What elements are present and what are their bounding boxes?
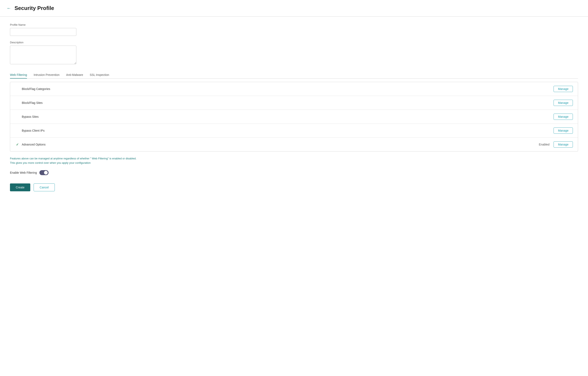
profile-name-label: Profile Name xyxy=(10,23,578,26)
tab-intrusion-prevention[interactable]: Intrusion Prevention xyxy=(34,72,60,79)
table-row: Bypass Sites Manage xyxy=(10,110,578,124)
back-icon: ← xyxy=(7,6,11,11)
manage-block-flag-categories-button[interactable]: Manage xyxy=(554,86,573,92)
main-content: Profile Name Description Web Filtering I… xyxy=(0,17,588,198)
row-status: Enabled xyxy=(539,143,549,146)
table-container: Block/Flag Categories Manage Block/Flag … xyxy=(10,82,578,152)
manage-bypass-sites-button[interactable]: Manage xyxy=(554,114,573,120)
toggle-row: Enable Web Filtering xyxy=(10,170,578,175)
tab-anti-malware[interactable]: Anti-Malware xyxy=(66,72,83,79)
cancel-button[interactable]: Cancel xyxy=(34,183,55,191)
tab-ssl-inspection[interactable]: SSL Inspection xyxy=(90,72,109,79)
table-row: Bypass Client IPs Manage xyxy=(10,124,578,138)
tabs-container: Web Filtering Intrusion Prevention Anti-… xyxy=(10,72,578,152)
table-row: Block/Flag Sites Manage xyxy=(10,96,578,110)
checkmark-icon: ✓ xyxy=(15,143,19,146)
row-label: Bypass Client IPs xyxy=(22,129,551,132)
profile-name-group: Profile Name xyxy=(10,23,578,36)
toggle-label: Enable Web Filtering xyxy=(10,171,37,174)
page-title: Security Profile xyxy=(14,5,54,11)
row-label: Block/Flag Categories xyxy=(22,87,551,91)
toggle-track xyxy=(39,170,49,175)
table-row: ✓ Advanced Options Enabled Manage xyxy=(10,138,578,151)
description-group: Description xyxy=(10,41,578,65)
action-buttons: Create Cancel xyxy=(10,183,578,191)
info-text: Features above can be managed at anytime… xyxy=(10,157,578,165)
create-button[interactable]: Create xyxy=(10,183,30,191)
table-row: Block/Flag Categories Manage xyxy=(10,82,578,96)
toggle-thumb xyxy=(44,171,48,175)
manage-advanced-options-button[interactable]: Manage xyxy=(554,141,573,147)
description-label: Description xyxy=(10,41,578,44)
header: ← Security Profile xyxy=(0,0,588,17)
row-label: Block/Flag Sites xyxy=(22,101,551,104)
tab-web-filtering[interactable]: Web Filtering xyxy=(10,72,27,79)
enable-web-filtering-toggle[interactable] xyxy=(39,170,49,175)
tabs-nav: Web Filtering Intrusion Prevention Anti-… xyxy=(10,72,578,79)
manage-block-flag-sites-button[interactable]: Manage xyxy=(554,100,573,106)
row-label: Advanced Options xyxy=(22,143,536,146)
manage-bypass-client-ips-button[interactable]: Manage xyxy=(554,127,573,134)
row-label: Bypass Sites xyxy=(22,115,551,118)
profile-name-input[interactable] xyxy=(10,28,76,36)
description-textarea[interactable] xyxy=(10,46,76,64)
back-button[interactable]: ← xyxy=(7,6,11,11)
